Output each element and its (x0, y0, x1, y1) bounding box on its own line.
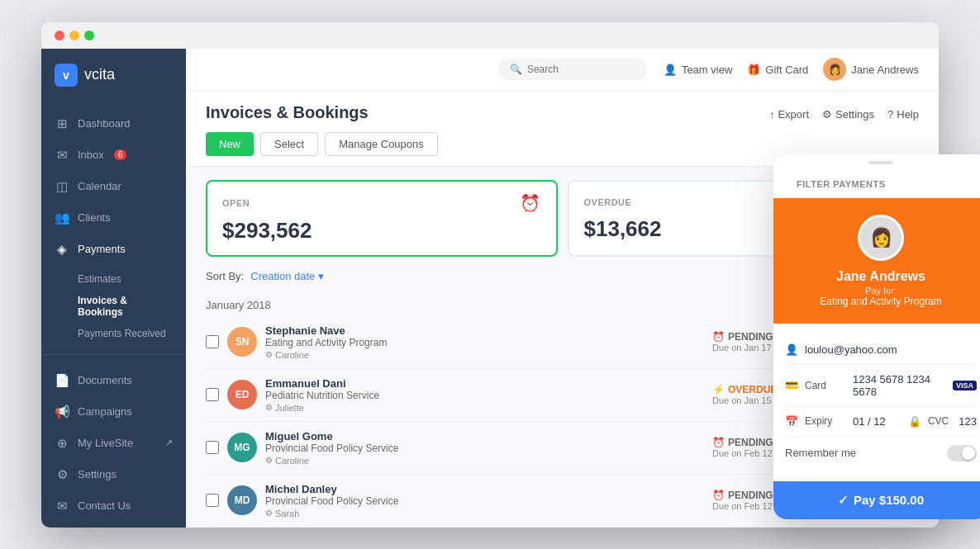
invoice-checkbox[interactable] (206, 441, 219, 454)
export-icon: ↑ (769, 108, 775, 121)
invoice-service: Pediatric Nutrition Service (265, 390, 704, 401)
pay-button[interactable]: ✓ Pay $150.00 (773, 481, 980, 519)
sidebar-item-payments[interactable]: ◈ Payments (41, 234, 186, 265)
card-field-row: 💳 Card 1234 5678 1234 5678 VISA (785, 365, 977, 407)
minimize-dot[interactable] (69, 31, 79, 40)
sort-dropdown[interactable]: Creation date ▾ (250, 270, 324, 282)
documents-icon: 📄 (55, 373, 69, 388)
select-button[interactable]: Select (260, 132, 318, 156)
team-view-button[interactable]: 👤 Team view (664, 64, 732, 76)
invoice-info: Stephanie Nave Eating and Activity Progr… (265, 324, 704, 360)
sidebar-item-label: Calendar (78, 180, 121, 192)
sidebar-item-label: Clients (78, 211, 111, 224)
expiry-label: Expiry (805, 415, 846, 427)
sidebar-bottom: 📄 Documents 📢 Campaigns ⊕ My LiveSite ↗ … (41, 354, 186, 528)
sidebar-item-label: My LiveSite (78, 437, 133, 449)
user-menu[interactable]: 👩 Jane Andrews (823, 58, 919, 81)
expiry-value: 01 / 12 (853, 415, 902, 428)
assign-icon: ⚙ (265, 456, 273, 465)
email-value: loulou@yahoo.com (805, 343, 977, 356)
invoice-info: Emmanuel Dani Pediatric Nutrition Servic… (265, 377, 704, 413)
gift-card-button[interactable]: 🎁 Gift Card (747, 64, 808, 76)
remember-row: Remember me (785, 437, 977, 470)
sort-by-label: Sort By: (206, 270, 244, 282)
card-label: Card (805, 380, 846, 391)
chevron-down-icon: ▾ (318, 270, 324, 282)
logo[interactable]: v vcita (41, 49, 186, 102)
invoice-client-name: Stephanie Nave (265, 324, 704, 337)
open-stat-label: OPEN ⏰ (222, 193, 541, 213)
pending-icon: ⏰ (712, 331, 725, 343)
drag-handle (868, 161, 893, 164)
invoice-client-name: Michel Danley (265, 483, 704, 495)
email-field-row: 👤 loulou@yahoo.com (785, 335, 977, 365)
dashboard-icon: ⊞ (55, 116, 69, 131)
email-icon: 👤 (785, 343, 798, 356)
search-input[interactable] (527, 64, 635, 75)
gift-card-label: Gift Card (765, 64, 808, 76)
sidebar-item-label: Payments (78, 243, 126, 255)
sidebar-item-calendar[interactable]: ◫ Calendar (41, 171, 186, 202)
overdue-icon: ⚡ (712, 384, 725, 395)
invoice-service: Eating and Activity Program (265, 337, 704, 348)
sidebar-item-contact-us[interactable]: ✉ Contact Us (41, 490, 186, 522)
settings-button[interactable]: ⚙ Settings (822, 108, 874, 121)
toggle-knob (962, 447, 975, 460)
sidebar-item-inbox[interactable]: ✉ Inbox 6 (41, 140, 186, 171)
payment-avatar: 👩 (858, 215, 904, 261)
sidebar-item-estimates[interactable]: Estimates (41, 268, 186, 290)
invoice-info: Michel Danley Provincial Food Policy Ser… (265, 483, 704, 518)
team-icon: 👤 (664, 64, 677, 76)
sidebar-item-invoices[interactable]: Invoices & Bookings (41, 290, 186, 323)
sidebar-item-documents[interactable]: 📄 Documents (41, 365, 186, 396)
sidebar-item-campaigns[interactable]: 📢 Campaigns (41, 396, 186, 428)
invoice-client-name: Emmanuel Dani (265, 377, 704, 390)
payment-form: 👤 loulou@yahoo.com 💳 Card 1234 5678 1234… (773, 324, 980, 481)
payment-header: 👩 Jane Andrews Pay for: Eating and Activ… (773, 198, 980, 324)
help-icon: ? (887, 108, 893, 121)
new-button[interactable]: New (206, 132, 254, 156)
invoice-assigned: ⚙ Juliette (265, 403, 704, 413)
invoice-avatar: MD (227, 485, 257, 515)
sidebar-item-label: Settings (78, 468, 117, 480)
settings-icon: ⚙ (822, 108, 832, 121)
sidebar-item-livesite[interactable]: ⊕ My LiveSite ↗ (41, 428, 186, 459)
filter-title: FILTER PAYMENTS (797, 179, 886, 189)
sidebar-item-label: Campaigns (78, 405, 132, 418)
manage-coupons-button[interactable]: Manage Coupons (325, 132, 438, 156)
card-icon: 💳 (785, 379, 798, 391)
visa-badge: VISA (953, 381, 977, 390)
sidebar-item-dashboard[interactable]: ⊞ Dashboard (41, 108, 186, 140)
sidebar-item-label: Inbox (78, 149, 104, 161)
export-label: Export (778, 108, 809, 121)
close-dot[interactable] (55, 31, 64, 40)
invoice-checkbox[interactable] (206, 494, 219, 507)
clients-icon: 👥 (55, 211, 69, 225)
maximize-dot[interactable] (84, 31, 94, 40)
user-name-label: Jane Andrews (851, 64, 919, 76)
open-stat-card[interactable]: OPEN ⏰ $293,562 (206, 180, 558, 257)
sidebar-item-clients[interactable]: 👥 Clients (41, 202, 186, 234)
livesite-icon: ⊕ (55, 436, 69, 451)
help-button[interactable]: ? Help (887, 108, 919, 121)
pending-icon: ⏰ (712, 490, 725, 501)
sidebar-item-received[interactable]: Payments Received (41, 323, 186, 344)
card-number-value: 1234 5678 1234 5678 (853, 373, 946, 398)
search-box[interactable]: 🔍 (498, 59, 647, 80)
clock-icon: ⏰ (520, 193, 541, 213)
invoice-checkbox[interactable] (206, 335, 219, 348)
invoice-checkbox[interactable] (206, 388, 219, 401)
open-stat-value: $293,562 (222, 218, 541, 244)
remember-label: Remember me (785, 447, 856, 459)
mobile-payment-card: FILTER PAYMENTS 👩 Jane Andrews Pay for: … (773, 154, 980, 519)
sidebar-item-settings[interactable]: ⚙ Settings (41, 459, 186, 490)
remember-toggle[interactable] (947, 445, 977, 461)
invoice-avatar: ED (227, 380, 257, 409)
pay-button-label: Pay $150.00 (854, 493, 924, 507)
export-button[interactable]: ↑ Export (769, 108, 809, 121)
payment-service: Eating and Activity Program (785, 296, 977, 307)
invoice-client-name: Miguel Gome (265, 430, 704, 443)
pending-icon: ⏰ (712, 437, 725, 448)
assign-icon: ⚙ (265, 403, 273, 412)
gift-icon: 🎁 (747, 64, 760, 76)
